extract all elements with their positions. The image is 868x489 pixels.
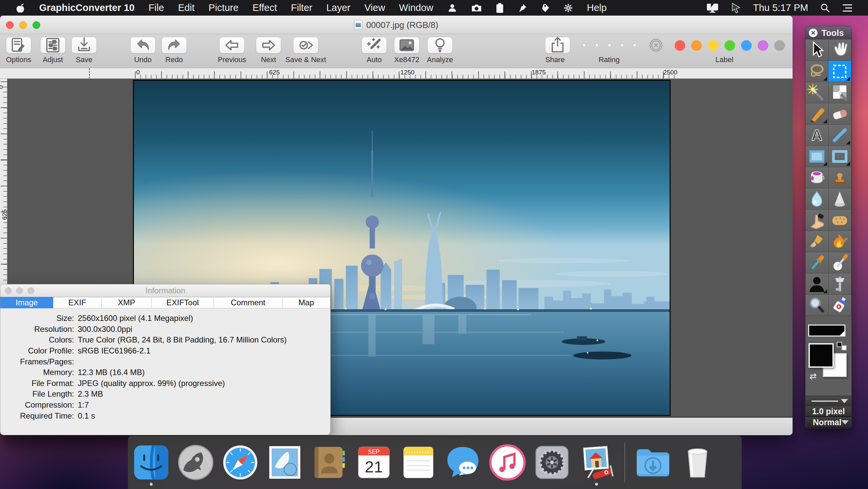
menu-layer[interactable]: Layer [326, 2, 350, 13]
tool-line[interactable] [829, 125, 851, 146]
apple-menu[interactable] [15, 2, 25, 14]
tool-cone[interactable] [829, 188, 851, 209]
tool-stamp[interactable] [829, 167, 851, 188]
menu-edit[interactable]: Edit [178, 2, 195, 13]
camera-menu[interactable] [471, 3, 482, 12]
rating-dot-2[interactable] [595, 43, 598, 47]
tool-text[interactable]: A [806, 125, 829, 146]
spotlight-button[interactable] [820, 3, 830, 13]
helper-status-icon[interactable] [731, 3, 741, 13]
dock-safari[interactable] [222, 444, 259, 481]
tool-color-picker[interactable] [829, 252, 851, 273]
blend-mode-dropdown[interactable]: Normal [806, 416, 851, 428]
tool-smudge-finger[interactable] [806, 209, 829, 231]
tool-rect-outline[interactable] [829, 146, 851, 167]
tool-eraser[interactable] [829, 103, 851, 125]
label-orange-button[interactable] [691, 40, 702, 51]
tool-burn[interactable] [829, 231, 851, 252]
window-titlebar[interactable]: 00007.jpg (RGB/8) [0, 15, 793, 34]
tool-zoom[interactable] [806, 295, 829, 316]
information-titlebar[interactable]: Information [0, 284, 330, 297]
default-colors-icon[interactable] [837, 342, 847, 351]
dock-messages[interactable] [444, 444, 482, 481]
tool-magic-wand[interactable] [806, 82, 829, 103]
tool-brush[interactable] [806, 231, 829, 252]
tool-pen[interactable] [806, 103, 829, 125]
tool-rect-select[interactable] [829, 61, 851, 82]
tools-close-icon[interactable]: ✕ [809, 29, 817, 37]
tab-map[interactable]: Map [282, 297, 330, 308]
share-button[interactable] [545, 37, 570, 54]
dock-notes[interactable] [400, 444, 437, 481]
label-purple-button[interactable] [758, 40, 768, 51]
xe8472-button[interactable] [394, 37, 420, 54]
tool-eyedropper[interactable] [806, 252, 829, 273]
rating-dot-1[interactable] [583, 43, 586, 47]
pushpin-menu[interactable] [518, 3, 527, 12]
pattern-swatch[interactable] [808, 325, 845, 336]
tool-move[interactable] [806, 39, 829, 61]
previous-button[interactable] [219, 37, 245, 54]
tab-exif[interactable]: EXIF [53, 297, 102, 308]
tool-transparency-wand[interactable] [829, 82, 851, 103]
notification-center-button[interactable] [842, 4, 853, 12]
label-yellow-button[interactable] [708, 40, 718, 51]
dock-contacts[interactable] [311, 444, 348, 481]
tool-filled-rect[interactable] [806, 146, 829, 167]
undo-button[interactable] [130, 37, 156, 54]
save-and-next-button[interactable] [293, 37, 318, 54]
tab-xmp[interactable]: XMP [102, 297, 152, 308]
dock-system-preferences[interactable] [533, 444, 570, 481]
label-green-button[interactable] [724, 40, 735, 51]
info-zoom-button[interactable] [28, 287, 34, 294]
swap-colors-icon[interactable]: ⇄ [809, 371, 817, 381]
tool-sponge[interactable] [829, 209, 851, 231]
dock-launchpad[interactable] [177, 444, 214, 481]
foreground-color-swatch[interactable] [808, 343, 834, 368]
info-minimize-button[interactable] [16, 287, 23, 294]
label-none-button[interactable]: ✕ [650, 39, 662, 52]
rating-dot-5[interactable] [633, 43, 637, 47]
dock-trash[interactable] [679, 444, 716, 481]
tool-paint-bucket[interactable] [806, 167, 829, 188]
info-close-button[interactable] [5, 287, 12, 294]
menu-file[interactable]: File [149, 2, 164, 13]
tool-lasso[interactable] [806, 61, 829, 82]
analyze-button[interactable] [427, 37, 453, 54]
tag-menu[interactable] [541, 3, 550, 12]
tab-comment[interactable]: Comment [214, 297, 283, 308]
save-button[interactable] [71, 37, 97, 54]
tab-image[interactable]: Image [0, 297, 53, 308]
rating-dot-4[interactable] [620, 43, 624, 47]
options-button[interactable] [6, 37, 31, 54]
effect-dropdown[interactable]: None [806, 428, 851, 428]
label-red-button[interactable] [675, 40, 685, 51]
gear-menu[interactable] [564, 3, 573, 12]
display-status-icon[interactable] [707, 3, 718, 13]
tool-hand[interactable] [829, 39, 851, 61]
tools-titlebar[interactable]: ✕ Tools [806, 26, 851, 39]
clipboard-menu[interactable] [496, 3, 504, 13]
dock-itunes[interactable] [489, 444, 526, 481]
menu-effect[interactable]: Effect [253, 2, 277, 13]
tool-silhouette[interactable] [806, 273, 829, 295]
menu-window[interactable]: Window [399, 2, 433, 13]
menu-view[interactable]: View [365, 2, 385, 13]
rating-dot-3[interactable] [608, 43, 611, 47]
next-button[interactable] [256, 37, 281, 54]
dock-calendar[interactable]: SEP21 [355, 444, 393, 481]
redo-button[interactable] [161, 37, 187, 54]
auto-button[interactable] [362, 37, 387, 54]
label-gray-button[interactable] [774, 40, 785, 51]
menu-picture[interactable]: Picture [209, 2, 239, 13]
tool-glue[interactable] [829, 295, 851, 316]
menu-filter[interactable]: Filter [291, 2, 312, 13]
user-menu[interactable] [447, 3, 457, 13]
menu-clock[interactable]: Thu 5:17 PM [753, 2, 808, 13]
dock-mail[interactable] [266, 444, 303, 481]
tool-measure[interactable] [829, 273, 851, 295]
dock-graphicconverter[interactable] [578, 444, 615, 481]
adjust-button[interactable] [40, 37, 65, 54]
menu-help[interactable]: Help [587, 2, 607, 13]
menu-app-name[interactable]: GraphicConverter 10 [39, 2, 134, 13]
